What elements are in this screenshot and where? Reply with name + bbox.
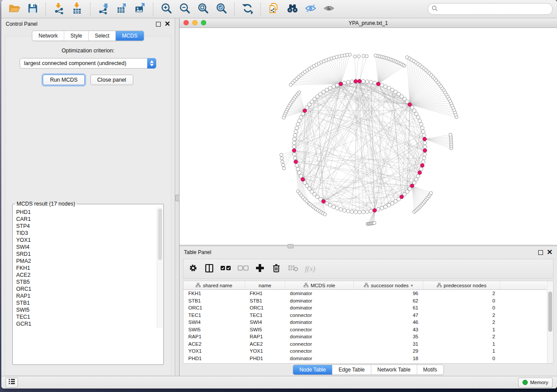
- table-row[interactable]: ACE2ACE2connector311: [183, 340, 547, 348]
- tab-network-table[interactable]: Network Table: [371, 365, 417, 375]
- delete-table-button-disabled[interactable]: [287, 262, 299, 275]
- mcds-result-item[interactable]: SRD1: [16, 251, 160, 258]
- table-row[interactable]: ORC1ORC1dominator610: [183, 304, 547, 312]
- mcds-result-item[interactable]: SWI5: [16, 306, 160, 313]
- table-cell[interactable]: dominator: [285, 333, 354, 340]
- table-cell[interactable]: 0: [423, 297, 500, 305]
- table-cell[interactable]: PHD1: [245, 355, 285, 362]
- table-cell[interactable]: 1: [423, 347, 500, 355]
- table-row[interactable]: SWI4SWI4dominator462: [183, 319, 547, 326]
- table-row[interactable]: STB1STB1dominator620: [183, 297, 547, 305]
- table-cell[interactable]: 35: [354, 333, 423, 340]
- mcds-result-item[interactable]: PMA2: [16, 258, 160, 265]
- refresh-button[interactable]: [239, 2, 256, 17]
- mcds-result-item[interactable]: STB1: [16, 299, 160, 306]
- table-cell[interactable]: dominator: [285, 355, 354, 362]
- show-all-button[interactable]: [320, 2, 338, 17]
- table-cell[interactable]: 1: [423, 340, 500, 348]
- close-window-icon[interactable]: [183, 20, 189, 25]
- horizontal-splitter-grip[interactable]: [287, 244, 294, 248]
- network-canvas[interactable]: [180, 28, 557, 245]
- show-column-panel-button[interactable]: [204, 262, 214, 275]
- zoom-fit-button[interactable]: [194, 2, 212, 17]
- delete-column-button[interactable]: [271, 262, 281, 275]
- deselect-all-button[interactable]: [238, 262, 249, 275]
- table-cell[interactable]: 62: [354, 297, 423, 305]
- export-network-button[interactable]: [95, 2, 112, 17]
- table-settings-button[interactable]: [188, 262, 198, 275]
- table-cell[interactable]: SWI5: [183, 326, 245, 334]
- export-image-button[interactable]: [131, 2, 149, 17]
- tab-style[interactable]: Style: [64, 31, 89, 41]
- clone-network-button[interactable]: [265, 2, 283, 17]
- search-input[interactable]: [440, 6, 549, 13]
- table-cell[interactable]: connector: [285, 326, 354, 334]
- float-table-panel-icon[interactable]: [538, 250, 543, 255]
- table-cell[interactable]: dominator: [285, 319, 354, 326]
- tab-select[interactable]: Select: [89, 31, 116, 41]
- table-cell[interactable]: STB1: [183, 297, 245, 305]
- mcds-result-item[interactable]: PHD1: [16, 209, 160, 216]
- table-cell[interactable]: 0: [423, 355, 500, 362]
- mcds-result-item[interactable]: CAR1: [16, 216, 160, 223]
- table-cell[interactable]: TEC1: [183, 312, 245, 319]
- hide-selected-button[interactable]: [302, 2, 319, 17]
- column-header-predecessor-nodes[interactable]: predecessor nodes: [423, 281, 500, 290]
- table-cell[interactable]: connector: [285, 347, 354, 355]
- column-header-shared-name[interactable]: shared name: [183, 281, 245, 290]
- table-cell[interactable]: 0: [423, 304, 500, 312]
- table-cell[interactable]: SWI5: [245, 326, 285, 334]
- table-cell[interactable]: 1: [423, 326, 500, 334]
- table-cell[interactable]: connector: [285, 340, 354, 348]
- vertical-splitter-grip[interactable]: [175, 195, 180, 201]
- close-panel-icon[interactable]: ✕: [165, 22, 170, 26]
- mcds-result-item[interactable]: STB5: [16, 279, 160, 285]
- import-table-button[interactable]: [69, 2, 86, 17]
- table-row[interactable]: SWI5SWI5connector431: [183, 326, 547, 334]
- mcds-list-scrollbar-thumb[interactable]: [158, 209, 162, 260]
- table-cell[interactable]: 29: [354, 347, 423, 355]
- table-cell[interactable]: 31: [354, 340, 423, 348]
- table-cell[interactable]: FKH1: [183, 290, 245, 297]
- minimize-window-icon[interactable]: [192, 20, 197, 25]
- table-cell[interactable]: dominator: [285, 290, 354, 297]
- open-file-button[interactable]: [6, 2, 23, 17]
- mcds-result-item[interactable]: FKH1: [16, 265, 160, 272]
- network-graph[interactable]: [180, 28, 554, 245]
- column-header-successor-nodes[interactable]: successor nodes▾: [354, 281, 423, 290]
- table-cell[interactable]: PHD1: [183, 355, 245, 362]
- table-cell[interactable]: YOX1: [183, 347, 245, 355]
- search-field[interactable]: [428, 3, 553, 15]
- function-builder-button-disabled[interactable]: f(x): [305, 262, 315, 275]
- mcds-result-item[interactable]: ACE2: [16, 272, 160, 279]
- table-cell[interactable]: SWI4: [183, 319, 245, 326]
- export-table-button[interactable]: [113, 2, 131, 17]
- table-cell[interactable]: 96: [354, 290, 423, 297]
- close-table-panel-icon[interactable]: ✕: [547, 250, 553, 254]
- zoom-selected-button[interactable]: [213, 2, 230, 17]
- column-header-name[interactable]: name: [245, 281, 285, 290]
- table-cell[interactable]: 2: [423, 333, 500, 340]
- table-row[interactable]: PHD1PHD1dominator180: [183, 355, 547, 362]
- table-cell[interactable]: dominator: [285, 297, 354, 305]
- tab-node-table[interactable]: Node Table: [293, 365, 332, 375]
- criterion-dropdown[interactable]: largest connected component (undirected): [20, 58, 156, 69]
- table-cell[interactable]: 2: [423, 290, 500, 297]
- float-panel-icon[interactable]: [156, 22, 161, 27]
- mcds-result-item[interactable]: TID3: [16, 230, 160, 237]
- tab-motifs[interactable]: Motifs: [417, 365, 443, 375]
- table-cell[interactable]: ACE2: [245, 340, 285, 348]
- table-cell[interactable]: TEC1: [245, 312, 285, 319]
- zoom-out-button[interactable]: [176, 2, 194, 17]
- table-cell[interactable]: 61: [354, 304, 423, 312]
- table-cell[interactable]: 43: [354, 326, 423, 334]
- table-cell[interactable]: RAP1: [183, 333, 245, 340]
- mcds-result-item[interactable]: SWI4: [16, 244, 160, 251]
- tab-edge-table[interactable]: Edge Table: [332, 365, 371, 375]
- mcds-result-item[interactable]: TEC1: [16, 313, 160, 320]
- table-cell[interactable]: connector: [285, 312, 354, 319]
- table-scrollbar-thumb[interactable]: [548, 292, 552, 332]
- table-cell[interactable]: STB1: [245, 297, 285, 305]
- table-cell[interactable]: 47: [354, 312, 423, 319]
- maximize-window-icon[interactable]: [201, 20, 206, 25]
